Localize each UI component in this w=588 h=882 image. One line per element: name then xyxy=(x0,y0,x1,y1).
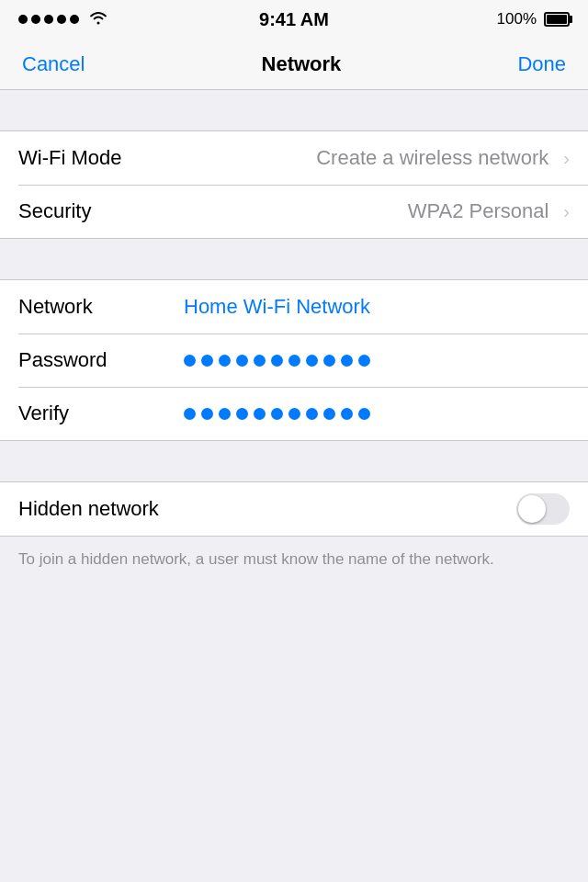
verify-row[interactable]: Verify xyxy=(0,387,588,440)
verify-label: Verify xyxy=(18,401,165,425)
wifi-security-section: Wi-Fi Mode Create a wireless network › S… xyxy=(0,130,588,239)
status-left xyxy=(18,10,108,29)
pwd-dot xyxy=(341,355,353,367)
hidden-network-section: Hidden network xyxy=(0,481,588,537)
hidden-network-row: Hidden network xyxy=(0,482,588,536)
password-label: Password xyxy=(18,348,165,372)
signal-dot-3 xyxy=(44,15,53,24)
network-value: Home Wi-Fi Network xyxy=(165,295,570,319)
network-label: Network xyxy=(18,295,165,319)
cancel-button[interactable]: Cancel xyxy=(15,49,92,80)
password-dots xyxy=(165,355,570,367)
status-time: 9:41 AM xyxy=(259,9,329,30)
pwd-dot xyxy=(236,355,248,367)
nav-title: Network xyxy=(262,52,342,76)
network-row[interactable]: Network Home Wi-Fi Network xyxy=(0,280,588,334)
security-chevron: › xyxy=(563,201,570,222)
pwd-dot xyxy=(254,355,266,367)
verify-dot xyxy=(219,408,231,420)
signal-dot-1 xyxy=(18,15,28,24)
nav-bar: Cancel Network Done xyxy=(0,39,588,90)
wifi-icon xyxy=(88,10,108,29)
security-value: WPA2 Personal xyxy=(165,199,560,223)
verify-dot xyxy=(201,408,213,420)
pwd-dot xyxy=(219,355,231,367)
section-gap-1 xyxy=(0,90,588,130)
verify-dot xyxy=(288,408,300,420)
security-label: Security xyxy=(18,199,165,223)
status-bar: 9:41 AM 100% xyxy=(0,0,588,39)
verify-dots xyxy=(165,408,570,420)
wifi-mode-row[interactable]: Wi-Fi Mode Create a wireless network › xyxy=(0,131,588,185)
wifi-mode-label: Wi-Fi Mode xyxy=(18,146,165,170)
done-button[interactable]: Done xyxy=(510,49,573,80)
hidden-network-label: Hidden network xyxy=(18,497,159,521)
verify-dot xyxy=(341,408,353,420)
pwd-dot xyxy=(184,355,196,367)
signal-dot-5 xyxy=(70,15,79,24)
signal-dot-4 xyxy=(57,15,66,24)
pwd-dot xyxy=(306,355,318,367)
section-gap-2 xyxy=(0,239,588,279)
pwd-dot xyxy=(201,355,213,367)
pwd-dot xyxy=(323,355,335,367)
toggle-knob xyxy=(518,495,546,523)
signal-dots xyxy=(18,15,79,24)
footer-note: To join a hidden network, a user must kn… xyxy=(0,537,588,582)
wifi-mode-chevron: › xyxy=(563,148,570,169)
security-row[interactable]: Security WPA2 Personal › xyxy=(0,185,588,238)
wifi-mode-value: Create a wireless network xyxy=(165,146,560,170)
pwd-dot xyxy=(288,355,300,367)
verify-dot xyxy=(184,408,196,420)
password-row[interactable]: Password xyxy=(0,334,588,387)
verify-dot xyxy=(306,408,318,420)
battery-icon xyxy=(544,12,570,27)
section-gap-3 xyxy=(0,441,588,481)
verify-dot xyxy=(358,408,370,420)
battery-percent: 100% xyxy=(497,10,537,28)
battery-fill xyxy=(547,15,567,24)
signal-dot-2 xyxy=(31,15,40,24)
verify-dot xyxy=(254,408,266,420)
hidden-network-toggle[interactable] xyxy=(516,493,570,525)
verify-dot xyxy=(271,408,283,420)
network-credentials-section: Network Home Wi-Fi Network Password Veri… xyxy=(0,279,588,441)
pwd-dot xyxy=(271,355,283,367)
verify-dot xyxy=(236,408,248,420)
verify-dot xyxy=(323,408,335,420)
status-right: 100% xyxy=(497,10,570,28)
pwd-dot xyxy=(358,355,370,367)
